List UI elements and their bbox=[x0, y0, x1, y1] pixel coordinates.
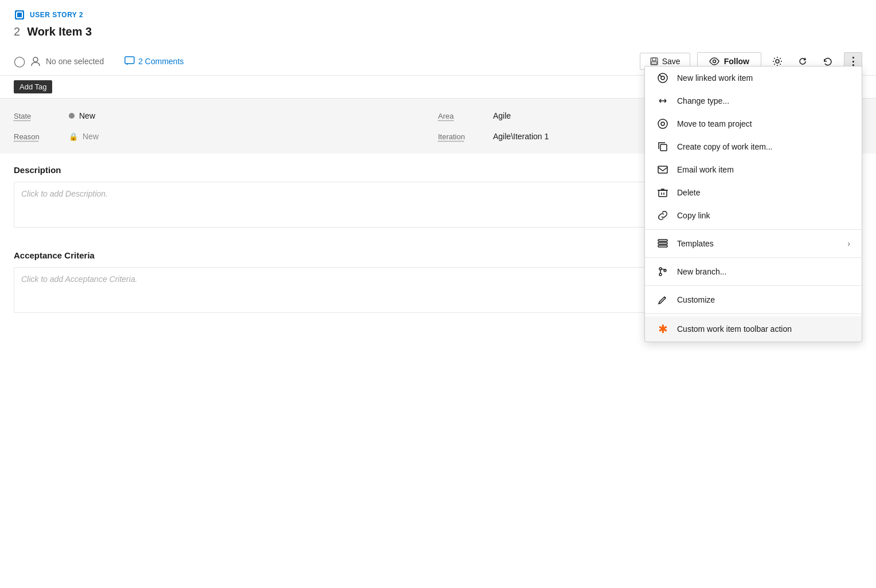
work-item-header: USER STORY 2 2 Work Item 3 bbox=[0, 0, 876, 48]
email-icon bbox=[656, 164, 669, 175]
linked-work-item-icon bbox=[656, 72, 669, 84]
svg-point-2 bbox=[33, 57, 38, 62]
acceptance-criteria-placeholder: Click to add Acceptance Criteria. bbox=[21, 275, 138, 284]
svg-rect-21 bbox=[658, 242, 667, 244]
comments-count-text: 2 Comments bbox=[138, 57, 183, 66]
svg-rect-6 bbox=[651, 62, 657, 64]
templates-icon bbox=[656, 238, 669, 249]
menu-item-new-branch[interactable]: New branch... bbox=[645, 260, 862, 283]
main-container: USER STORY 2 2 Work Item 3 ◯ No one sele… bbox=[0, 0, 876, 588]
svg-rect-22 bbox=[658, 245, 667, 247]
change-type-icon bbox=[656, 95, 669, 107]
assignee-text: No one selected bbox=[46, 57, 104, 66]
menu-item-delete[interactable]: Delete bbox=[645, 181, 862, 204]
state-field-row: State New bbox=[14, 105, 438, 126]
iteration-label: Iteration bbox=[438, 132, 484, 141]
undo-icon bbox=[823, 56, 833, 66]
reason-label: Reason bbox=[14, 132, 60, 141]
svg-point-12 bbox=[658, 119, 667, 128]
save-icon bbox=[650, 57, 659, 66]
svg-point-25 bbox=[659, 273, 662, 276]
menu-move-team-label: Move to team project bbox=[677, 119, 752, 128]
reason-field-row: Reason 🔒 New bbox=[14, 126, 438, 147]
menu-separator-2 bbox=[645, 257, 862, 258]
reason-text: New bbox=[83, 132, 99, 141]
menu-delete-label: Delete bbox=[677, 188, 700, 197]
menu-change-type-label: Change type... bbox=[677, 96, 729, 105]
svg-point-8 bbox=[776, 60, 779, 63]
svg-point-13 bbox=[661, 122, 664, 126]
menu-item-move-team[interactable]: Move to team project bbox=[645, 112, 862, 135]
menu-copy-link-label: Copy link bbox=[677, 211, 710, 220]
reason-value[interactable]: 🔒 New bbox=[69, 132, 99, 141]
add-tag-button[interactable]: Add Tag bbox=[14, 80, 52, 93]
description-placeholder: Click to add Description. bbox=[21, 189, 108, 198]
svg-rect-3 bbox=[125, 57, 134, 64]
menu-separator-1 bbox=[645, 229, 862, 230]
state-value[interactable]: New bbox=[69, 111, 95, 120]
settings-icon bbox=[772, 56, 783, 66]
menu-custom-action-label: Custom work item toolbar action bbox=[677, 324, 792, 334]
svg-rect-5 bbox=[652, 58, 656, 61]
delete-icon bbox=[656, 187, 669, 198]
menu-templates-label: Templates bbox=[677, 239, 714, 248]
menu-item-copy-link[interactable]: Copy link bbox=[645, 204, 862, 227]
templates-arrow-icon: › bbox=[847, 239, 850, 248]
area-value[interactable]: Agile bbox=[493, 111, 511, 120]
svg-point-10 bbox=[661, 76, 664, 80]
svg-rect-15 bbox=[658, 166, 667, 173]
state-text: New bbox=[79, 111, 95, 120]
menu-new-branch-label: New branch... bbox=[677, 267, 726, 276]
menu-item-create-copy[interactable]: Create copy of work item... bbox=[645, 135, 862, 158]
copy-icon bbox=[656, 141, 669, 152]
menu-create-copy-label: Create copy of work item... bbox=[677, 142, 773, 151]
comments-link[interactable]: 2 Comments bbox=[124, 56, 183, 66]
link-icon bbox=[656, 210, 669, 221]
svg-rect-14 bbox=[660, 144, 667, 151]
state-dot bbox=[69, 113, 75, 119]
area-text: Agile bbox=[493, 111, 511, 120]
menu-item-email[interactable]: Email work item bbox=[645, 158, 862, 181]
lock-icon: 🔒 bbox=[69, 132, 78, 141]
menu-separator-3 bbox=[645, 285, 862, 286]
follow-eye-icon bbox=[709, 56, 719, 66]
user-story-icon bbox=[14, 9, 25, 21]
menu-item-customize[interactable]: Customize bbox=[645, 288, 862, 311]
svg-point-7 bbox=[713, 60, 715, 63]
menu-customize-label: Customize bbox=[677, 295, 715, 304]
move-team-icon bbox=[656, 118, 669, 130]
work-item-title-row: 2 Work Item 3 bbox=[14, 25, 862, 38]
branch-icon bbox=[656, 266, 669, 277]
work-item-title-text: Work Item 3 bbox=[27, 25, 92, 38]
menu-item-change-type[interactable]: Change type... bbox=[645, 89, 862, 112]
comments-icon bbox=[124, 56, 135, 66]
assignee-icon bbox=[30, 56, 41, 67]
save-label: Save bbox=[662, 57, 681, 66]
star-icon: ✱ bbox=[656, 322, 669, 336]
state-label: State bbox=[14, 112, 60, 120]
refresh-icon bbox=[797, 56, 808, 66]
menu-new-linked-label: New linked work item bbox=[677, 73, 753, 83]
iteration-text: Agile\Iteration 1 bbox=[493, 132, 549, 141]
svg-rect-4 bbox=[651, 58, 658, 65]
customize-icon bbox=[656, 294, 669, 305]
work-item-type-text: USER STORY 2 bbox=[30, 11, 83, 19]
menu-separator-4 bbox=[645, 313, 862, 314]
iteration-value[interactable]: Agile\Iteration 1 bbox=[493, 132, 549, 141]
context-menu: New linked work item Change type... Move… bbox=[644, 66, 862, 342]
follow-label: Follow bbox=[724, 57, 749, 66]
menu-email-label: Email work item bbox=[677, 165, 734, 174]
menu-item-new-linked[interactable]: New linked work item bbox=[645, 66, 862, 89]
menu-item-custom-action[interactable]: ✱ Custom work item toolbar action bbox=[645, 316, 862, 342]
person-icon: ◯ bbox=[14, 55, 25, 68]
work-item-type-label: USER STORY 2 bbox=[14, 9, 862, 21]
area-label: Area bbox=[438, 112, 484, 120]
svg-rect-20 bbox=[658, 240, 667, 241]
assignee-section[interactable]: ◯ No one selected bbox=[14, 55, 104, 68]
menu-item-templates[interactable]: Templates › bbox=[645, 232, 862, 255]
work-item-number: 2 bbox=[14, 25, 20, 38]
svg-rect-16 bbox=[659, 190, 667, 197]
svg-line-11 bbox=[659, 75, 662, 77]
